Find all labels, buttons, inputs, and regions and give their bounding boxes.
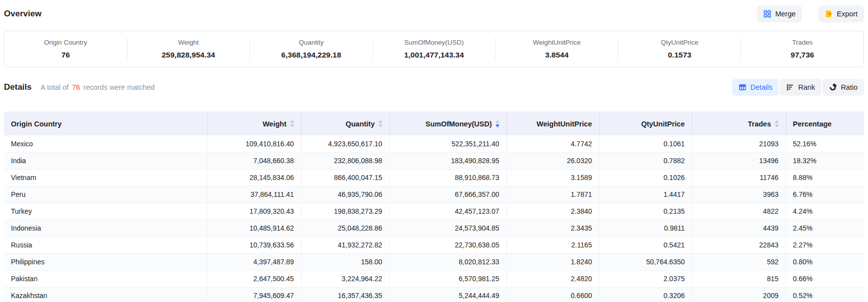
cell-trades: 815 [692,270,786,287]
column-label: Weight [262,120,286,128]
details-heading: Details A total of76records were matched [4,82,155,92]
column-header-quantity[interactable]: Quantity [301,112,389,135]
cell-percentage: 0.66% [786,270,864,287]
column-header-qtyunitprice: QtyUnitPrice [599,112,692,135]
stat-weight: Weight259,828,954.34 [127,38,250,60]
column-header-sumofmoney-usd[interactable]: SumOfMoney(USD) [389,112,506,135]
column-header-percentage: Percentage [786,112,864,135]
cell-origin-country: Peru [4,186,207,203]
sort-carets [496,120,499,127]
cell-weight: 17,809,320.43 [207,203,301,220]
column-label: WeightUnitPrice [537,120,592,128]
cell-qtyunitprice: 0.1061 [599,135,692,152]
cell-sumofmoney-usd: 88,910,868.73 [389,169,506,186]
cell-origin-country: Pakistan [4,270,207,287]
page: Overview Merge Export Origin Country76We… [0,5,868,302]
cell-origin-country: Kazakhstan [4,287,207,302]
cell-percentage: 8.88% [786,169,864,186]
sort-asc-icon [378,120,382,123]
table-row-peru: Peru37,864,111.4146,935,790.0667,666,357… [4,186,864,203]
cell-qtyunitprice: 50,764.6350 [599,253,692,270]
sort-desc-icon [775,124,779,127]
stat-origin-country: Origin Country76 [4,38,127,60]
tab-ratio[interactable]: Ratio [822,79,864,96]
cell-trades: 4439 [692,220,786,237]
cell-qtyunitprice: 0.1026 [599,169,692,186]
topbar: Overview Merge Export [4,5,864,23]
cell-weight: 37,864,111.41 [207,186,301,203]
table-row-pakistan: Pakistan2,647,500.453,224,964.226,570,98… [4,270,864,287]
sort-asc-icon [775,120,779,123]
cell-sumofmoney-usd: 24,573,904.85 [389,220,506,237]
tab-rank[interactable]: Rank [780,79,821,96]
column-label: Trades [748,120,771,128]
cell-sumofmoney-usd: 6,570,981.25 [389,270,506,287]
cell-weight: 28,145,834.06 [207,169,301,186]
cell-weightunitprice: 0.6600 [506,287,599,302]
cell-weight: 4,397,487.89 [207,253,301,270]
table-grid-icon [739,83,746,91]
tab-label: Ratio [841,83,858,91]
cell-weightunitprice: 2.3840 [506,203,599,220]
cell-sumofmoney-usd: 42,457,123.07 [389,203,506,220]
table-row-mexico: Mexico109,410,816.404,923,650,617.10522,… [4,135,864,152]
cell-percentage: 2.45% [786,220,864,237]
cell-trades: 21093 [692,135,786,152]
stat-value: 1,001,477,143.34 [373,50,496,60]
table-row-indonesia: Indonesia10,485,914.6225,048,228.8624,57… [4,220,864,237]
stat-label: Weight [127,38,250,47]
stat-value: 6,368,194,229.18 [250,50,372,60]
details-title: Details [4,82,32,92]
stat-quantity: Quantity6,368,194,229.18 [249,38,372,60]
cell-origin-country: India [4,152,207,169]
cell-weightunitprice: 1.8240 [506,253,599,270]
column-header-weight[interactable]: Weight [207,112,301,135]
table-body: Mexico109,410,816.404,923,650,617.10522,… [4,135,864,302]
tab-details[interactable]: Details [732,79,779,96]
stats-card: Origin Country76Weight259,828,954.34Quan… [4,31,864,67]
view-tabs: DetailsRankRatio [732,79,864,96]
merge-button[interactable]: Merge [757,5,802,22]
cell-qtyunitprice: 2.0375 [599,270,692,287]
stat-label: QtyUnitPrice [619,38,741,47]
cell-qtyunitprice: 0.7882 [599,152,692,169]
cell-trades: 2009 [692,287,786,302]
stat-label: Trades [741,38,864,47]
export-icon [825,10,833,18]
stat-label: WeightUnitPrice [496,38,618,47]
stat-weightunitprice: WeightUnitPrice3.8544 [495,38,618,60]
cell-trades: 11746 [692,169,786,186]
cell-weight: 10,485,914.62 [207,220,301,237]
cell-quantity: 866,400,047.15 [301,169,389,186]
stat-value: 0.1573 [619,50,741,60]
sort-carets [290,120,294,127]
column-header-trades[interactable]: Trades [692,112,786,135]
export-button-label: Export [837,10,858,18]
cell-origin-country: Turkey [4,203,207,220]
match-summary: A total of76records were matched [41,83,155,91]
cell-quantity: 3,224,964.22 [301,270,389,287]
cell-trades: 22843 [692,237,786,253]
stat-value: 97,736 [741,50,864,60]
table-row-kazakhstan: Kazakhstan7,945,609.4716,357,436.355,244… [4,287,864,302]
cell-origin-country: Russia [4,237,207,253]
cell-origin-country: Vietnam [4,169,207,186]
tab-label: Details [750,83,772,91]
cell-weightunitprice: 3.1589 [506,169,599,186]
sort-asc-icon [496,120,499,123]
sort-carets [378,120,382,127]
cell-origin-country: Mexico [4,135,207,152]
column-label: Quantity [346,120,375,128]
table-row-india: India7,048,660.38232,806,088.98183,490,8… [4,152,864,169]
cell-qtyunitprice: 0.3206 [599,287,692,302]
stat-value: 3.8544 [496,50,618,60]
cell-trades: 13496 [692,152,786,169]
table-head: Origin CountryWeightQuantitySumOfMoney(U… [4,112,864,135]
cell-percentage: 6.76% [786,186,864,203]
export-button[interactable]: Export [818,5,864,22]
cell-weightunitprice: 4.7742 [506,135,599,152]
sort-desc-icon [378,124,382,127]
match-prefix: A total of [41,83,68,91]
match-suffix: records were matched [83,83,154,91]
column-label: QtyUnitPrice [641,120,685,128]
